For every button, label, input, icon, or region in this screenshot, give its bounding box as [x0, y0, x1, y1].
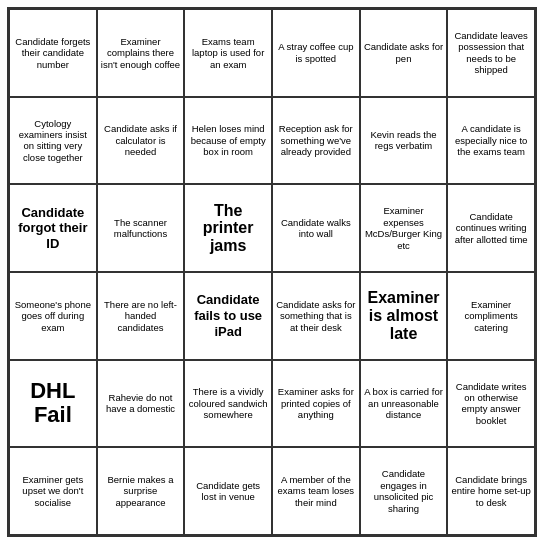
bingo-cell-r3-c4: Examiner is almost late: [360, 272, 448, 360]
bingo-cell-r0-c0: Candidate forgets their candidate number: [9, 9, 97, 97]
bingo-cell-r1-c5: A candidate is especially nice to the ex…: [447, 97, 535, 185]
bingo-cell-r4-c4: A box is carried for an unreasonable dis…: [360, 360, 448, 448]
bingo-cell-r5-c5: Candidate brings entire home set-up to d…: [447, 447, 535, 535]
bingo-cell-r2-c5: Candidate continues writing after allott…: [447, 184, 535, 272]
bingo-cell-r2-c0: Candidate forgot their ID: [9, 184, 97, 272]
bingo-cell-r1-c4: Kevin reads the regs verbatim: [360, 97, 448, 185]
bingo-cell-r0-c4: Candidate asks for pen: [360, 9, 448, 97]
bingo-cell-r5-c3: A member of the exams team loses their m…: [272, 447, 360, 535]
bingo-cell-r2-c3: Candidate walks into wall: [272, 184, 360, 272]
bingo-cell-r5-c1: Bernie makes a surprise appearance: [97, 447, 185, 535]
bingo-cell-r1-c3: Reception ask for something we've alread…: [272, 97, 360, 185]
bingo-cell-r3-c1: There are no left-handed candidates: [97, 272, 185, 360]
bingo-card: Candidate forgets their candidate number…: [7, 7, 537, 537]
bingo-cell-r5-c0: Examiner gets upset we don't socialise: [9, 447, 97, 535]
bingo-cell-r1-c0: Cytology examiners insist on sitting ver…: [9, 97, 97, 185]
bingo-cell-r3-c5: Examiner compliments catering: [447, 272, 535, 360]
bingo-cell-r3-c3: Candidate asks for something that is at …: [272, 272, 360, 360]
bingo-cell-r0-c2: Exams team laptop is used for an exam: [184, 9, 272, 97]
bingo-cell-r4-c2: There is a vividly coloured sandwich som…: [184, 360, 272, 448]
bingo-cell-r3-c2: Candidate fails to use iPad: [184, 272, 272, 360]
bingo-cell-r4-c0: DHL Fail: [9, 360, 97, 448]
bingo-cell-r4-c1: Rahevie do not have a domestic: [97, 360, 185, 448]
bingo-cell-r5-c4: Candidate engages in unsolicited pic sha…: [360, 447, 448, 535]
bingo-cell-r0-c5: Candidate leaves possession that needs t…: [447, 9, 535, 97]
bingo-cell-r0-c3: A stray coffee cup is spotted: [272, 9, 360, 97]
bingo-cell-r4-c3: Examiner asks for printed copies of anyt…: [272, 360, 360, 448]
bingo-cell-r4-c5: Candidate writes on otherwise empty answ…: [447, 360, 535, 448]
bingo-cell-r1-c2: Helen loses mind because of empty box in…: [184, 97, 272, 185]
bingo-cell-r5-c2: Candidate gets lost in venue: [184, 447, 272, 535]
bingo-cell-r2-c4: Examiner expenses McDs/Burger King etc: [360, 184, 448, 272]
bingo-cell-r1-c1: Candidate asks if calculator is needed: [97, 97, 185, 185]
bingo-cell-r2-c1: The scanner malfunctions: [97, 184, 185, 272]
bingo-cell-r2-c2: The printer jams: [184, 184, 272, 272]
bingo-cell-r3-c0: Someone's phone goes off during exam: [9, 272, 97, 360]
bingo-cell-r0-c1: Examiner complains there isn't enough co…: [97, 9, 185, 97]
